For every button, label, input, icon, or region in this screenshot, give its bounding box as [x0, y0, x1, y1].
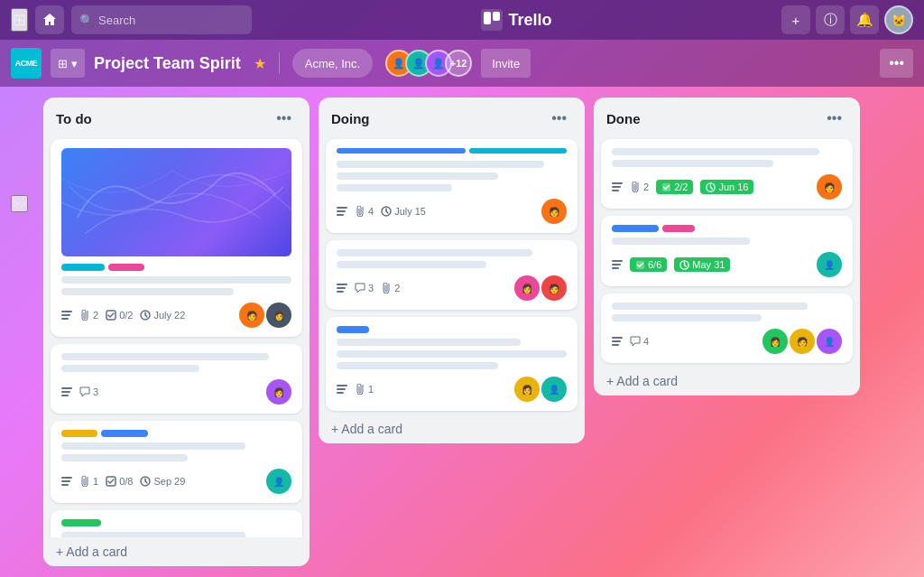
description-icon-item	[337, 283, 347, 293]
text-line	[337, 172, 498, 180]
card-todo-1-avatars: 🧑 👩	[239, 302, 291, 328]
text-line	[612, 314, 762, 321]
notifications-button[interactable]: 🔔	[850, 5, 879, 34]
label-pink	[108, 264, 144, 271]
svg-rect-3	[61, 311, 72, 312]
card-todo-3-avatars: 👤	[266, 469, 291, 494]
description-icon	[612, 181, 623, 192]
card-doing-2-title	[337, 249, 567, 268]
card-todo-3[interactable]: 1 0/8 Sep 29 👤	[51, 421, 302, 503]
description-icon	[612, 259, 623, 270]
column-doing-title: Doing	[331, 111, 370, 126]
svg-rect-18	[337, 214, 344, 216]
attachment-count: 4	[368, 206, 374, 217]
svg-rect-36	[612, 337, 623, 339]
svg-rect-20	[337, 284, 347, 285]
column-todo-menu[interactable]: •••	[271, 108, 297, 128]
column-doing-cards: 4 July 15 🧑	[319, 135, 585, 414]
card-avatar-yellow: 👩	[514, 377, 540, 402]
attachment-icon	[355, 206, 365, 217]
column-doing-menu[interactable]: •••	[546, 108, 572, 128]
comments-item: 3	[79, 386, 98, 397]
svg-rect-10	[61, 395, 69, 396]
comments-item: 3	[355, 283, 374, 293]
checklist-item: 0/2	[106, 310, 133, 321]
more-options-button[interactable]: •••	[880, 49, 913, 78]
search-input[interactable]	[71, 5, 252, 34]
attachment-count: 2	[93, 310, 98, 321]
board-header: ACME ⊞ ▾ Project Team Spirit ★ Acme, Inc…	[0, 40, 924, 87]
column-done-menu[interactable]: •••	[821, 108, 847, 128]
invite-button[interactable]: Invite	[481, 49, 531, 78]
add-card-button-doing[interactable]: + Add a card	[319, 414, 585, 443]
member-avatars: 👤 👤 👤 +12	[385, 50, 472, 77]
card-avatar-red: 🧑	[541, 275, 567, 301]
card-done-1[interactable]: 2 2/2 Jun 16 🧑	[601, 139, 853, 209]
avatar-face: 👤	[432, 58, 445, 70]
card-doing-3[interactable]: 1 👩 👤	[326, 317, 578, 411]
date-value: July 22	[153, 310, 185, 321]
add-card-button-todo[interactable]: + Add a card	[43, 537, 310, 566]
svg-rect-31	[612, 260, 623, 262]
add-button[interactable]: +	[781, 5, 810, 34]
date-done-item: Jun 16	[700, 180, 753, 194]
card-progress-bars	[337, 148, 567, 154]
attachments-item: 2	[381, 283, 400, 293]
date-value: Sep 29	[153, 476, 185, 487]
member-count-badge[interactable]: +12	[445, 50, 472, 77]
svg-rect-37	[612, 340, 621, 342]
attachment-count: 2	[394, 283, 400, 293]
description-icon	[337, 384, 347, 395]
sidebar-collapse-button[interactable]: >>	[11, 195, 28, 212]
text-line	[612, 302, 808, 310]
svg-rect-5	[61, 318, 69, 320]
text-line	[337, 184, 452, 191]
comments-item: 4	[630, 336, 649, 347]
checklist-done-value: 6/6	[648, 259, 661, 270]
description-icon	[337, 283, 347, 293]
column-todo: To do •••	[43, 98, 310, 566]
info-button[interactable]: ⓘ	[816, 5, 845, 34]
workspace-button[interactable]: Acme, Inc.	[292, 49, 373, 78]
card-done-3[interactable]: 4 👩 🧑 👤	[601, 293, 853, 363]
add-card-button-done[interactable]: + Add a card	[594, 367, 860, 396]
home-icon	[42, 13, 57, 27]
avatar-face: 👤	[824, 260, 835, 270]
description-icon	[612, 336, 623, 347]
card-doing-2[interactable]: 3 2 👩 🧑	[326, 240, 578, 310]
progress-bar-cyan	[469, 148, 567, 154]
svg-rect-24	[337, 388, 346, 390]
clock-done-icon	[706, 182, 716, 192]
card-todo-1[interactable]: 2 0/2 July 22 🧑	[51, 139, 302, 337]
card-todo-4[interactable]	[51, 510, 302, 537]
svg-rect-9	[61, 391, 70, 393]
user-avatar[interactable]: 🐱	[884, 5, 913, 34]
star-button[interactable]: ★	[254, 55, 266, 72]
app-logo: Trello	[259, 9, 774, 31]
svg-rect-26	[612, 182, 623, 184]
card-avatar-teal: 👤	[817, 252, 842, 277]
home-button[interactable]	[35, 5, 64, 34]
text-line	[61, 353, 269, 360]
svg-rect-12	[61, 480, 70, 482]
card-done-1-meta: 2 2/2 Jun 16 🧑	[612, 174, 842, 200]
column-doing-header: Doing •••	[319, 98, 585, 135]
info-icon: ⓘ	[824, 12, 837, 29]
checklist-done-icon	[635, 260, 645, 270]
svg-rect-32	[612, 264, 621, 265]
date-item: Sep 29	[140, 476, 185, 487]
column-done-title: Done	[606, 111, 641, 126]
card-doing-1[interactable]: 4 July 15 🧑	[326, 139, 578, 233]
svg-rect-17	[337, 210, 346, 212]
description-icon	[337, 206, 347, 217]
text-line	[61, 365, 199, 372]
svg-rect-21	[337, 287, 346, 289]
board-view-button[interactable]: ⊞ ▾	[51, 49, 85, 78]
card-doing-2-meta: 3 2 👩 🧑	[337, 275, 567, 301]
grid-menu-button[interactable]: ⊞	[11, 8, 28, 32]
card-done-2[interactable]: 6/6 May 31 👤	[601, 216, 853, 286]
description-icon	[61, 476, 72, 487]
card-todo-2[interactable]: 3 👩	[51, 344, 302, 414]
text-line	[61, 442, 245, 450]
acme-logo[interactable]: ACME	[11, 48, 42, 79]
